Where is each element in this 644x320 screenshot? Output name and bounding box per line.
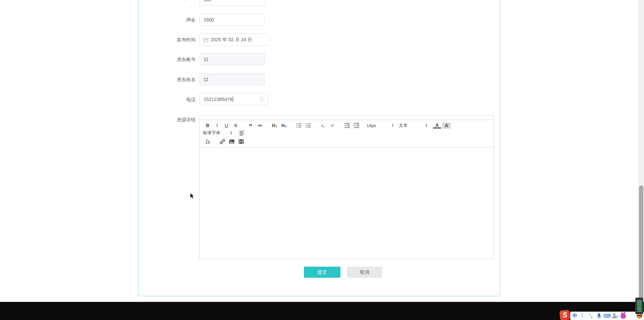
dropdown-arrows-icon: ▴▾ [230, 131, 232, 135]
insert-image-icon[interactable] [228, 138, 236, 145]
editor-content-area[interactable] [200, 148, 493, 259]
editor-top-strip [200, 116, 493, 120]
text-color-icon[interactable]: A [433, 123, 441, 128]
align-icon[interactable] [238, 129, 246, 137]
bullet-list-icon[interactable] [304, 122, 312, 129]
microphone-icon[interactable] [596, 313, 602, 319]
cancel-button[interactable]: 取消 [347, 267, 382, 278]
toolbox-icon[interactable] [628, 313, 635, 319]
superscript-icon[interactable]: x² [328, 122, 336, 129]
strikethrough-icon[interactable]: S [232, 122, 240, 129]
landlord-name-input [199, 73, 265, 86]
font-size-dropdown[interactable]: 14px ▴▾ [367, 123, 393, 128]
rich-text-editor: B I U S ” </> H₁ H₂ [199, 115, 494, 259]
text-caret [233, 97, 233, 102]
account-icon[interactable] [612, 313, 619, 319]
heading2-icon[interactable]: H₂ [280, 122, 288, 129]
subscript-icon[interactable]: x₂ [319, 122, 327, 129]
field-label-deposit: 押金 [141, 16, 196, 23]
code-block-icon[interactable]: </> [256, 122, 264, 129]
field-label-monthly-rent: 月租金 [141, 0, 196, 1]
field-label-publish-date: 发布时间 [141, 36, 196, 43]
dropdown-arrows-icon: ▴▾ [426, 123, 427, 127]
font-family-value: 标准字体 [203, 130, 220, 136]
font-family-dropdown[interactable]: 标准字体 ▴▾ [203, 130, 232, 136]
soft-keyboard-icon[interactable]: ⌨ [604, 313, 610, 319]
field-label-phone: 电话 [141, 96, 196, 103]
clear-input-icon[interactable]: ✕ [259, 97, 264, 102]
bold-icon[interactable]: B [204, 122, 212, 129]
skin-icon[interactable] [620, 313, 627, 319]
background-color-icon[interactable]: A [442, 123, 450, 128]
night-mode-icon[interactable]: ☾ [580, 313, 586, 319]
italic-icon[interactable]: I [213, 122, 221, 129]
indent-icon[interactable] [353, 122, 361, 129]
insert-video-icon[interactable] [237, 138, 245, 145]
paragraph-style-dropdown[interactable]: 文本 ▴▾ [399, 122, 427, 128]
heading1-icon[interactable]: H₁ [271, 122, 279, 129]
phone-input[interactable]: 15212365478 ✕ [199, 93, 268, 105]
scrollbar-thumb[interactable] [639, 185, 643, 299]
field-label-landlord-name: 房东姓名 [141, 76, 196, 83]
submit-button[interactable]: 提交 [304, 267, 340, 278]
blockquote-icon[interactable]: ” [247, 122, 255, 129]
chinese-mode-icon[interactable]: 中 [572, 313, 578, 319]
field-label-landlord-account: 房东账号 [141, 56, 196, 63]
outdent-icon[interactable] [343, 122, 351, 129]
vertical-scrollbar[interactable] [638, 0, 644, 320]
publish-date-input[interactable]: 2025 年 02 月 24 日 [199, 34, 270, 46]
landlord-account-input [199, 53, 265, 65]
publish-date-value: 2025 年 02 月 24 日 [211, 37, 252, 43]
font-size-value: 14px [367, 123, 376, 128]
ordered-list-icon[interactable] [295, 122, 303, 129]
underline-icon[interactable]: U [222, 122, 230, 129]
phone-value: 15212365478 [204, 97, 232, 102]
monthly-rent-input[interactable] [199, 0, 265, 6]
taskbar [0, 302, 644, 320]
input-status-widget[interactable] [635, 298, 643, 314]
calendar-icon [204, 38, 208, 42]
editor-toolbar: B I U S ” </> H₁ H₂ [200, 120, 493, 148]
deposit-input[interactable] [199, 13, 265, 26]
field-label-detail: 房源详情 [141, 116, 196, 123]
clear-format-icon[interactable]: Tx [204, 138, 212, 145]
punctuation-icon[interactable]: ’, [588, 313, 594, 319]
sogou-logo-icon[interactable]: S [559, 310, 571, 320]
insert-link-icon[interactable] [218, 138, 226, 145]
paragraph-style-value: 文本 [399, 122, 408, 128]
ime-toolbar: 中 ☾ ’, ⌨ [570, 312, 644, 320]
dropdown-arrows-icon: ▴▾ [392, 123, 393, 127]
